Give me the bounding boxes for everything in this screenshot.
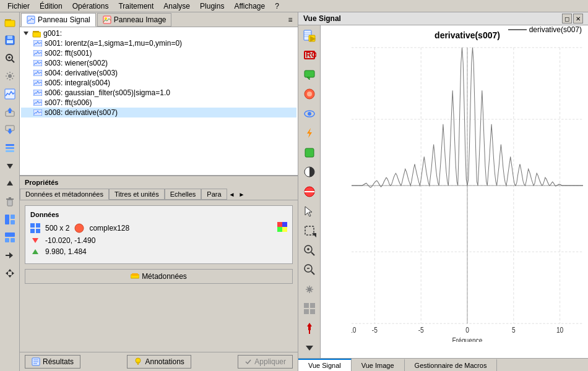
panel1-button[interactable]	[1, 211, 19, 228]
tree-item-s001[interactable]: s001: lorentz(a=1,sigma=1,mu=0,ymin=0)	[21, 38, 296, 48]
tab-list-button[interactable]: ≡	[284, 14, 296, 26]
tree-item-s006[interactable]: s006: gaussian_filter(s005)|sigma=1.0	[21, 88, 296, 98]
svg-rect-3	[7, 36, 12, 39]
svg-rect-16	[6, 147, 14, 149]
tree-item-s002[interactable]: s002: fft(s001)	[21, 48, 296, 58]
svg-point-9	[8, 74, 12, 78]
menu-help[interactable]: ?	[270, 0, 284, 12]
collapse-button[interactable]	[300, 339, 319, 357]
svg-line-6	[12, 60, 14, 62]
svg-text:Fréquence: Fréquence	[452, 336, 483, 342]
tree-item-s005[interactable]: s005: integral(s004)	[21, 78, 296, 88]
down-button[interactable]	[1, 157, 19, 174]
menu-affichage[interactable]: Affichage	[229, 0, 270, 12]
move-button[interactable]	[1, 265, 19, 282]
save-button[interactable]	[1, 32, 19, 49]
svg-marker-19	[7, 181, 13, 186]
roi-button[interactable]: ROI	[300, 46, 319, 65]
contrast-button[interactable]	[300, 163, 319, 182]
s001-label: s001: lorentz(a=1,sigma=1,mu=0,ymin=0)	[45, 39, 182, 48]
data-size-row: 500 x 2 complex128	[30, 222, 287, 234]
delete-button[interactable]	[1, 193, 19, 210]
export-button[interactable]	[1, 103, 19, 121]
eye-button[interactable]	[300, 104, 319, 123]
tree-expand-icon[interactable]	[22, 30, 30, 37]
prop-tab-echelles[interactable]: Echelles	[165, 189, 202, 200]
prop-tab-prev[interactable]: ◄	[227, 189, 237, 199]
svg-rect-55	[282, 222, 287, 227]
select-rect-button[interactable]	[300, 221, 319, 240]
svg-point-37	[105, 17, 107, 20]
svg-text:▶: ▶	[310, 34, 316, 43]
prop-tab-para[interactable]: Para	[201, 189, 227, 200]
vue-signal-header: Vue Signal ◻ ✕	[298, 12, 588, 25]
svg-rect-98	[310, 309, 315, 314]
svg-point-53	[75, 224, 84, 232]
close-button[interactable]: ✕	[573, 14, 583, 23]
tree-item-s007[interactable]: s007: fft(s006)	[21, 98, 296, 108]
svg-rect-73	[305, 70, 314, 77]
menu-operations[interactable]: Opérations	[67, 0, 114, 12]
svg-rect-80	[305, 148, 314, 157]
signal-tab-icon	[27, 15, 35, 24]
bottom-tab-vue-image[interactable]: Vue Image	[352, 359, 405, 371]
panel2-button[interactable]	[1, 229, 19, 246]
svg-marker-79	[307, 128, 312, 138]
pin-button[interactable]	[300, 319, 319, 338]
menu-traitement[interactable]: Traitement	[113, 0, 158, 12]
annotations-button[interactable]: Annotations	[127, 355, 191, 369]
svg-text:5: 5	[512, 326, 516, 334]
tab-panneau-signal[interactable]: Panneau Signal	[21, 13, 96, 27]
open-button[interactable]	[1, 14, 19, 31]
arrow-button[interactable]	[1, 247, 19, 264]
prop-tab-titres[interactable]: Titres et unités	[109, 189, 165, 200]
menu-fichier[interactable]: Fichier	[2, 0, 35, 12]
s007-label: s007: fft(s006)	[45, 98, 92, 107]
cursor-button[interactable]	[300, 202, 319, 221]
results-button[interactable]: Résultats	[25, 355, 80, 369]
svg-rect-49	[30, 223, 35, 228]
color-picker-icon[interactable]	[277, 222, 287, 232]
tree-item-s008[interactable]: s008: derivative(s007)	[21, 108, 296, 117]
green-square-button[interactable]	[300, 143, 319, 162]
bottom-tab-vue-signal[interactable]: Vue Signal	[298, 359, 352, 371]
zoom-out-button[interactable]	[300, 260, 319, 279]
svg-text:0: 0	[465, 326, 469, 334]
signal-button[interactable]	[1, 85, 19, 103]
restore-button[interactable]: ◻	[562, 14, 572, 23]
comment-button[interactable]	[300, 66, 319, 84]
svg-rect-95	[304, 303, 309, 308]
svg-text:-5: -5	[418, 326, 424, 334]
layers-button[interactable]	[1, 139, 19, 156]
signal-toolbar: ▶ ROI	[298, 25, 321, 358]
data-min: -10.020, -1.490	[45, 236, 95, 245]
grid-button[interactable]	[300, 299, 319, 318]
signal-icon-s006	[33, 90, 42, 96]
bottom-tab-macros[interactable]: Gestionnaire de Macros	[405, 359, 498, 371]
apply-button[interactable]: Appliquer	[238, 355, 293, 369]
menu-plugins[interactable]: Plugins	[195, 0, 229, 12]
up-button[interactable]	[1, 175, 19, 192]
svg-marker-34	[12, 271, 14, 275]
prop-tab-next[interactable]: ►	[237, 189, 247, 199]
zoom-in-button[interactable]	[300, 241, 319, 260]
svg-text:10: 10	[556, 326, 563, 334]
metadata-button[interactable]: Métadonnées	[25, 269, 293, 284]
menu-edition[interactable]: Édition	[35, 0, 67, 12]
svg-rect-15	[6, 144, 14, 146]
zoom-button[interactable]	[1, 49, 19, 67]
tree-item-s004[interactable]: s004: derivative(s003)	[21, 68, 296, 78]
import-button[interactable]	[1, 121, 19, 139]
lightning-button[interactable]	[300, 124, 319, 143]
svg-rect-26	[5, 232, 15, 237]
tab-panneau-image[interactable]: Panneau Image	[97, 13, 172, 27]
gear-button[interactable]	[300, 280, 319, 299]
annotations-icon	[134, 357, 142, 366]
signal-file-button[interactable]: ▶	[300, 27, 319, 45]
color-button[interactable]	[300, 85, 319, 104]
menu-analyse[interactable]: Analyse	[158, 0, 195, 12]
prop-tab-donnees[interactable]: Données et métadonnées	[20, 189, 109, 200]
tree-item-s003[interactable]: s003: wiener(s002)	[21, 58, 296, 68]
circle-red-button[interactable]	[300, 182, 319, 201]
settings-button[interactable]	[1, 67, 19, 85]
